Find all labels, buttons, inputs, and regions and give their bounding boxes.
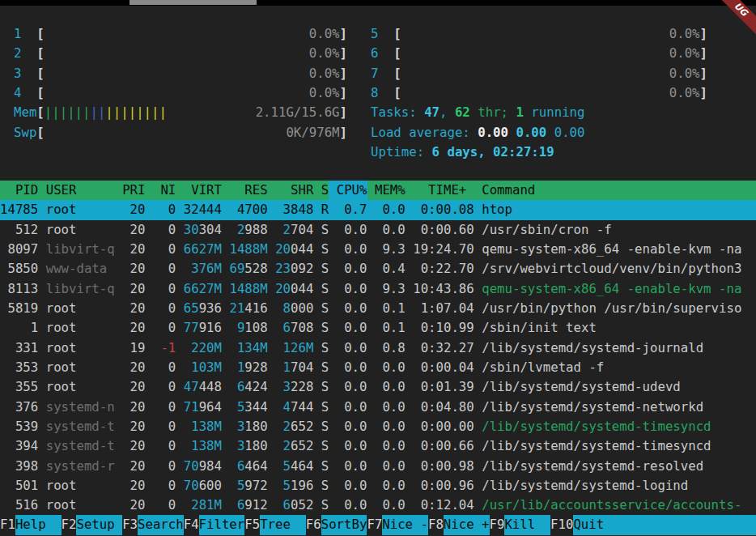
uptime-label: Uptime: — [371, 143, 432, 162]
swap-meter: Swp[0K/976M] — [14, 123, 347, 143]
fkey-label-F10[interactable]: Quit — [573, 515, 619, 535]
cpu-meter-6: 6 [0.0%] — [371, 44, 707, 63]
column-header-command[interactable]: Command — [482, 181, 535, 200]
cpu-meter-4: 4 [0.0%] — [14, 83, 347, 103]
column-header-mem[interactable]: MEM% — [375, 181, 406, 200]
footer-filler — [619, 515, 756, 535]
fkey-F2[interactable]: F2 — [62, 515, 77, 535]
column-header-pri[interactable]: PRI — [122, 181, 145, 200]
tasks-running-count: 1 — [516, 103, 523, 122]
load-15min: 0.00 — [554, 123, 585, 143]
fkey-label-F8[interactable]: Nice + — [444, 515, 490, 535]
cpu-meter-2: 2 [0.0%] — [14, 44, 347, 63]
load-label: Load average: — [371, 123, 478, 143]
load-5min: 0.00 — [516, 123, 546, 143]
fkey-F10[interactable]: F10 — [550, 515, 573, 535]
fkey-F4[interactable]: F4 — [184, 515, 199, 535]
tasks-threads: 62 — [455, 103, 470, 122]
column-header-shr[interactable]: SHR — [275, 181, 313, 200]
process-row[interactable]: 539 systemd-t 20 0 138M 3180 2652 S 0.0 … — [0, 417, 756, 436]
function-key-bar: F1Help F2Setup F3SearchF4FilterF5Tree F6… — [0, 515, 756, 535]
cpu-mem-meters-left: 1 [0.0%]2 [0.0%]3 [0.0%]4 [0.0%]Mem[||||… — [14, 24, 347, 143]
table-header-row: PID USER PRI NI VIRT RES SHR S CPU% MEM%… — [0, 181, 756, 200]
process-row[interactable]: 501 root 20 0 70600 5972 5196 S 0.0 0.0 … — [0, 476, 756, 496]
load-1min: 0.00 — [478, 123, 508, 143]
fkey-F9[interactable]: F9 — [490, 515, 505, 535]
fkey-F5[interactable]: F5 — [244, 515, 260, 535]
process-row[interactable]: 5850 www-data 20 0 376M 69528 23092 S 0.… — [0, 259, 756, 279]
htop-terminal: UG 1 [0.0%]2 [0.0%]3 [0.0%]4 [0.0%]Mem[|… — [0, 0, 756, 536]
process-row[interactable]: 353 root 20 0 103M 1928 1704 S 0.0 0.0 0… — [0, 358, 756, 377]
fkey-label-F4[interactable]: Filter — [199, 515, 245, 535]
process-table: PID USER PRI NI VIRT RES SHR S CPU% MEM%… — [0, 181, 756, 516]
column-header-time[interactable]: TIME+ — [413, 181, 474, 200]
cpu-status-meters-right: 5 [0.0%]6 [0.0%]7 [0.0%]8 [0.0%] Tasks: … — [371, 24, 707, 162]
process-row[interactable]: 394 systemd-t 20 0 138M 3180 2652 S 0.0 … — [0, 436, 756, 456]
process-row[interactable]: 5819 root 20 0 65936 21416 8000 S 0.0 0.… — [0, 299, 756, 318]
tasks-line: Tasks: 47, 62 thr; 1 running — [371, 103, 707, 122]
tab-segment — [130, 0, 257, 5]
column-header-ni[interactable]: NI — [153, 181, 176, 200]
process-row[interactable]: 8113 libvirt-q 20 0 6627M 1488M 20044 S … — [0, 279, 756, 299]
uptime-line: Uptime: 6 days, 02:27:19 — [371, 143, 707, 162]
process-row[interactable]: 331 root 19 -1 220M 134M 126M S 0.0 0.8 … — [0, 338, 756, 358]
fkey-F7[interactable]: F7 — [367, 515, 382, 535]
tasks-count: 47 — [424, 103, 440, 122]
process-row-selected[interactable]: 14785 root 20 0 32444 4700 3848 R 0.7 0.… — [0, 200, 756, 219]
cpu-meter-3: 3 [0.0%] — [14, 64, 347, 83]
cpu-meter-7: 7 [0.0%] — [371, 64, 707, 83]
load-average-line: Load average: 0.00 0.00 0.00 — [371, 123, 707, 143]
fkey-F1[interactable]: F1 — [0, 515, 15, 535]
window-top-strip — [0, 0, 756, 6]
column-header-user[interactable]: USER — [46, 181, 115, 200]
process-row[interactable]: 355 root 20 0 47448 6424 3228 S 0.0 0.0 … — [0, 377, 756, 397]
column-header-pid[interactable]: PID — [0, 181, 38, 200]
fkey-label-F3[interactable]: Search — [138, 515, 184, 535]
fkey-label-F9[interactable]: Kill — [504, 515, 550, 535]
fkey-label-F5[interactable]: Tree — [260, 515, 306, 535]
cpu-meter-8: 8 [0.0%] — [371, 83, 707, 103]
column-header-cpu[interactable]: CPU% — [329, 181, 367, 200]
cpu-meter-1: 1 [0.0%] — [14, 24, 347, 44]
fkey-label-F6[interactable]: SortBy — [321, 515, 367, 535]
process-row[interactable]: 1 root 20 0 77916 9108 6708 S 0.0 0.1 0:… — [0, 318, 756, 338]
process-row[interactable]: 398 systemd-r 20 0 70984 6464 5464 S 0.0… — [0, 457, 756, 476]
fkey-label-F1[interactable]: Help — [15, 515, 62, 535]
process-row[interactable]: 512 root 20 0 30304 2988 2704 S 0.0 0.0 … — [0, 220, 756, 240]
fkey-label-F7[interactable]: Nice - — [382, 515, 428, 535]
fkey-F3[interactable]: F3 — [122, 515, 138, 535]
process-row[interactable]: 516 root 20 0 281M 6912 6052 S 0.0 0.0 0… — [0, 496, 756, 515]
memory-meter: Mem[||||||||||||||||2.11G/15.6G] — [14, 103, 347, 122]
fkey-F8[interactable]: F8 — [428, 515, 444, 535]
column-header-res[interactable]: RES — [229, 181, 267, 200]
uptime-value: 6 days, 02:27:19 — [432, 143, 554, 162]
column-header-s[interactable]: S — [321, 181, 329, 200]
cpu-meter-5: 5 [0.0%] — [371, 24, 707, 44]
fkey-label-F2[interactable]: Setup — [76, 515, 122, 535]
process-row[interactable]: 8097 libvirt-q 20 0 6627M 1488M 20044 S … — [0, 240, 756, 259]
debug-ribbon-badge: UG — [710, 0, 756, 40]
tasks-label: Tasks: — [371, 103, 424, 122]
column-header-virt[interactable]: VIRT — [184, 181, 222, 200]
process-row[interactable]: 376 systemd-n 20 0 71964 5344 4744 S 0.0… — [0, 398, 756, 417]
fkey-F6[interactable]: F6 — [306, 515, 321, 535]
